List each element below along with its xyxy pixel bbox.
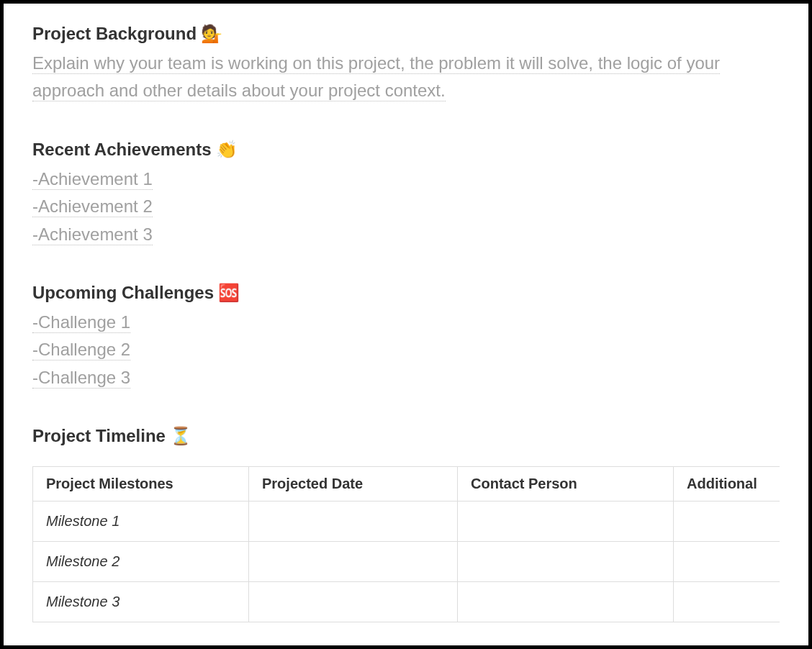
cell-contact[interactable] (458, 582, 674, 622)
cell-milestone[interactable]: Milestone 2 (33, 542, 249, 582)
list-item[interactable]: -Achievement 3 (32, 221, 780, 248)
hourglass-icon: ⏳ (170, 426, 191, 446)
list-item[interactable]: -Challenge 1 (32, 309, 780, 336)
timeline-table-wrap: Project Milestones Projected Date Contac… (32, 446, 780, 622)
cell-milestone[interactable]: Milestone 1 (33, 502, 249, 542)
table-header-row: Project Milestones Projected Date Contac… (33, 467, 780, 502)
col-additional: Additional (674, 467, 780, 502)
list-item[interactable]: -Achievement 1 (32, 165, 780, 193)
background-placeholder[interactable]: Explain why your team is working on this… (32, 50, 780, 105)
cell-date[interactable] (249, 502, 458, 542)
table-row: Milestone 3 (33, 582, 780, 622)
challenges-list[interactable]: -Challenge 1 -Challenge 2 -Challenge 3 (32, 309, 780, 391)
cell-milestone[interactable]: Milestone 3 (33, 582, 249, 622)
list-item[interactable]: -Challenge 2 (32, 336, 780, 363)
cell-additional[interactable] (674, 502, 780, 542)
sos-icon: 🆘 (218, 283, 240, 303)
clapping-hands-icon: 👏 (216, 140, 238, 160)
heading-text: Project Timeline (32, 426, 166, 446)
section-heading-challenges: Upcoming Challenges 🆘 (32, 283, 780, 303)
cell-date[interactable] (249, 582, 458, 622)
cell-date[interactable] (249, 542, 458, 582)
list-item[interactable]: -Challenge 3 (32, 364, 780, 391)
info-desk-person-icon: 💁 (201, 24, 222, 44)
col-contact-person: Contact Person (458, 467, 674, 502)
cell-additional[interactable] (674, 542, 780, 582)
achievements-list[interactable]: -Achievement 1 -Achievement 2 -Achieveme… (32, 165, 780, 248)
cell-contact[interactable] (458, 542, 674, 582)
heading-text: Project Background (32, 24, 197, 44)
document-frame: Project Background 💁 Explain why your te… (0, 0, 812, 649)
placeholder-text: Explain why your team is working on this… (32, 53, 720, 101)
table-row: Milestone 2 (33, 542, 780, 582)
section-heading-background: Project Background 💁 (32, 24, 780, 44)
timeline-table: Project Milestones Projected Date Contac… (32, 466, 780, 622)
col-milestones: Project Milestones (33, 467, 249, 502)
section-heading-timeline: Project Timeline ⏳ (32, 426, 780, 446)
heading-text: Recent Achievements (32, 140, 212, 160)
list-item[interactable]: -Achievement 2 (32, 193, 780, 220)
heading-text: Upcoming Challenges (32, 283, 214, 303)
cell-additional[interactable] (674, 582, 780, 622)
table-row: Milestone 1 (33, 502, 780, 542)
col-projected-date: Projected Date (249, 467, 458, 502)
cell-contact[interactable] (458, 502, 674, 542)
section-heading-achievements: Recent Achievements 👏 (32, 140, 780, 160)
